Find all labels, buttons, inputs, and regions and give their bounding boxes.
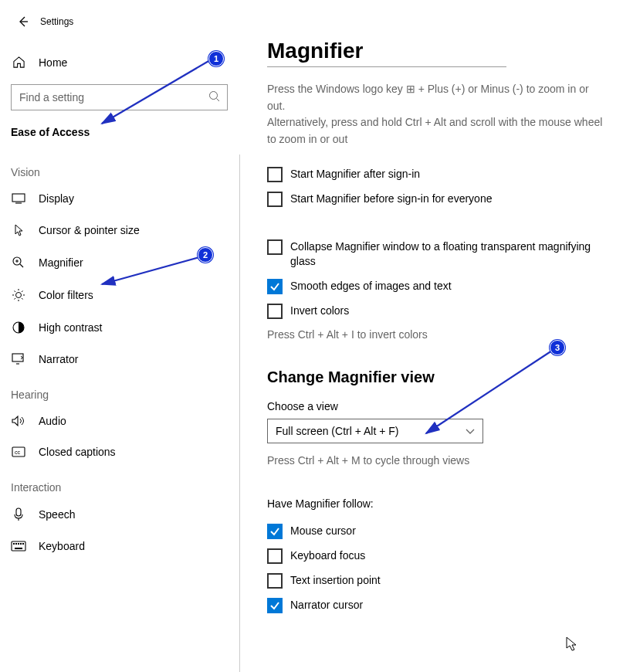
checkbox-label: Mouse cursor [290, 524, 356, 539]
main-content: Magnifier Press the Windows logo key ⊞ +… [239, 0, 623, 672]
mouse-cursor-icon [566, 636, 578, 655]
annotation-badge-1: 1 [208, 51, 224, 66]
checkbox-label: Keyboard focus [290, 548, 365, 564]
checkbox-box [267, 524, 283, 539]
svg-rect-28 [18, 543, 19, 545]
checkbox-label: Narrator cursor [290, 598, 363, 613]
checkbox-label: Smooth edges of images and text [290, 279, 452, 294]
sidebar-item-narrator[interactable]: Narrator [0, 344, 239, 375]
nav-label: Narrator [39, 353, 78, 365]
home-icon [12, 56, 28, 69]
brightness-icon [11, 288, 26, 302]
checkbox-label: Start Magnifier before sign-in for every… [290, 192, 492, 207]
desc-line1: Press the Windows logo key ⊞ + Plus (+) … [267, 83, 589, 112]
search-container [11, 84, 228, 110]
checkbox-label: Collapse Magnifier window to a floating … [290, 239, 604, 270]
speech-icon [11, 507, 26, 521]
checkbox-label: Text insertion point [290, 573, 381, 589]
checkbox-box [267, 279, 283, 294]
sidebar-item-home[interactable]: Home [0, 48, 239, 76]
svg-rect-25 [12, 541, 25, 551]
select-value: Full screen (Ctrl + Alt + F) [276, 425, 398, 437]
arrow-left-icon [17, 15, 29, 28]
checkbox-follow-text[interactable]: Text insertion point [267, 573, 604, 589]
checkbox-box [267, 598, 283, 613]
title-underline [267, 66, 506, 67]
svg-rect-31 [15, 548, 22, 549]
group-label-vision: Vision [0, 152, 239, 183]
sidebar-item-closed-captions[interactable]: cc Closed captions [0, 436, 239, 467]
checkbox-label: Start Magnifier after sign-in [290, 167, 420, 182]
annotation-badge-3: 3 [550, 340, 565, 355]
checkbox-box [267, 304, 283, 319]
group-label-interaction: Interaction [0, 467, 239, 498]
page-title: Magnifier [267, 39, 604, 63]
svg-rect-26 [13, 543, 15, 545]
chevron-down-icon [466, 424, 475, 438]
keyboard-icon [11, 541, 26, 552]
nav-label: Closed captions [39, 446, 116, 458]
sidebar-item-speech[interactable]: Speech [0, 498, 239, 531]
view-select[interactable]: Full screen (Ctrl + Alt + F) [267, 419, 483, 443]
search-icon [208, 90, 222, 107]
section-change-view: Change Magnifier view [267, 368, 604, 386]
description: Press the Windows logo key ⊞ + Plus (+) … [267, 81, 604, 148]
nav-label: Magnifier [39, 256, 83, 269]
back-button[interactable] [12, 11, 34, 32]
svg-rect-27 [15, 543, 17, 545]
closed-captions-icon: cc [11, 446, 26, 457]
checkbox-box [267, 167, 283, 182]
nav-label: Audio [39, 415, 66, 427]
checkbox-start-after[interactable]: Start Magnifier after sign-in [267, 167, 604, 182]
display-icon [11, 193, 26, 204]
checkbox-smooth[interactable]: Smooth edges of images and text [267, 279, 604, 294]
checkbox-collapse[interactable]: Collapse Magnifier window to a floating … [267, 239, 604, 270]
svg-rect-19 [12, 354, 23, 361]
sidebar-item-high-contrast[interactable]: High contrast [0, 311, 239, 344]
nav-label: Color filters [39, 289, 93, 301]
nav-label: Keyboard [39, 540, 85, 552]
checkbox-invert[interactable]: Invert colors [267, 304, 604, 319]
invert-hint: Press Ctrl + Alt + I to invert colors [267, 328, 604, 341]
category-label: Ease of Access [0, 120, 239, 152]
follow-label: Have Magnifier follow: [267, 497, 604, 510]
group-label-hearing: Hearing [0, 375, 239, 406]
checkbox-follow-narrator[interactable]: Narrator cursor [267, 598, 604, 613]
sidebar-item-keyboard[interactable]: Keyboard [0, 531, 239, 562]
sidebar-item-cursor[interactable]: Cursor & pointer size [0, 214, 239, 246]
sidebar: Settings Home Ease of Access Vision Disp… [0, 0, 239, 672]
audio-icon [11, 415, 26, 427]
svg-line-6 [20, 264, 23, 267]
svg-rect-29 [20, 543, 22, 545]
svg-rect-30 [22, 543, 24, 545]
checkbox-box [267, 573, 283, 589]
svg-line-14 [15, 291, 16, 293]
svg-line-2 [217, 99, 220, 102]
annotation-badge-2: 2 [198, 247, 213, 263]
search-input[interactable] [11, 84, 228, 110]
contrast-icon [11, 321, 26, 334]
narrator-icon [11, 353, 26, 365]
choose-view-label: Choose a view [267, 400, 604, 412]
nav-label: Cursor & pointer size [39, 224, 140, 236]
checkbox-box [267, 239, 283, 255]
svg-text:cc: cc [15, 450, 21, 455]
desc-line2: Alternatively, press and hold Ctrl + Alt… [267, 116, 602, 145]
checkbox-follow-mouse[interactable]: Mouse cursor [267, 524, 604, 539]
nav-label: Display [39, 192, 74, 205]
checkbox-start-before[interactable]: Start Magnifier before sign-in for every… [267, 192, 604, 207]
checkbox-follow-keyboard[interactable]: Keyboard focus [267, 548, 604, 564]
svg-line-17 [22, 291, 23, 293]
svg-line-15 [22, 298, 23, 300]
nav-label: Speech [39, 508, 75, 521]
sidebar-item-display[interactable]: Display [0, 183, 239, 214]
window-title: Settings [40, 16, 73, 27]
magnifier-icon [11, 256, 26, 270]
svg-point-1 [210, 92, 218, 100]
sidebar-item-color-filters[interactable]: Color filters [0, 279, 239, 311]
cursor-icon [11, 223, 26, 237]
vertical-divider [239, 154, 240, 672]
checkbox-box [267, 192, 283, 207]
sidebar-item-audio[interactable]: Audio [0, 406, 239, 436]
svg-line-16 [15, 298, 16, 300]
